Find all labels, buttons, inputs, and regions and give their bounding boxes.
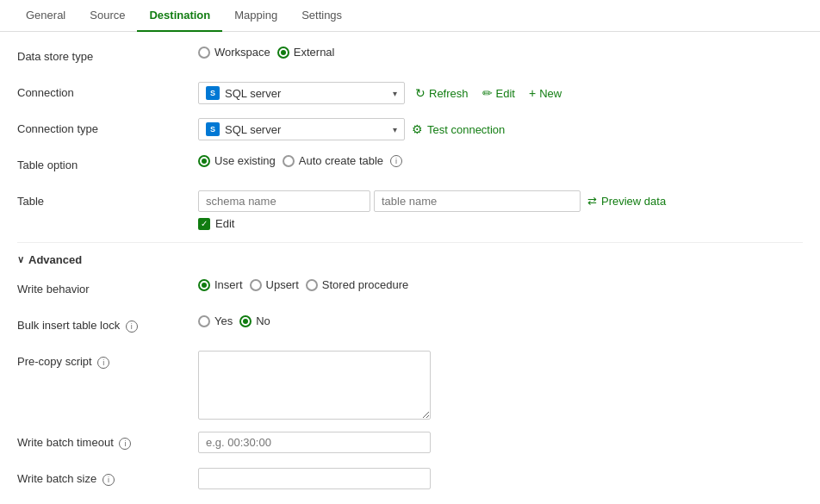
table-inputs: ⇄ Preview data (198, 190, 666, 212)
connection-type-select[interactable]: S SQL server ▾ (198, 118, 405, 140)
radio-upsert-label: Upsert (266, 278, 299, 291)
preview-data-button[interactable]: ⇄ Preview data (587, 195, 666, 208)
radio-use-existing-circle (198, 155, 210, 167)
bulk-insert-info-icon[interactable]: i (126, 320, 138, 333)
edit-checkbox[interactable]: ✓ Edit (198, 217, 234, 230)
sql-server-type-icon: S (206, 122, 220, 136)
auto-create-info-icon[interactable]: i (390, 155, 402, 167)
tab-general[interactable]: General (14, 0, 78, 32)
radio-upsert[interactable]: Upsert (250, 278, 299, 291)
divider (17, 242, 803, 243)
connection-type-select-inner: S SQL server (206, 122, 281, 136)
test-connection-label: Test connection (427, 123, 505, 136)
tabs-bar: General Source Destination Mapping Setti… (0, 0, 820, 32)
radio-external[interactable]: External (277, 46, 335, 59)
write-batch-size-label: Write batch size i (17, 468, 198, 486)
destination-form: Data store type Workspace External Conne… (0, 32, 820, 504)
radio-insert-circle (198, 279, 210, 291)
connection-type-value: SQL server (225, 123, 281, 136)
radio-no-label: No (256, 314, 270, 327)
radio-no[interactable]: No (239, 314, 270, 327)
preview-data-label: Preview data (601, 195, 666, 208)
tab-mapping[interactable]: Mapping (222, 0, 289, 32)
radio-auto-create-label: Auto create table (299, 154, 383, 167)
table-controls: ⇄ Preview data ✓ Edit (198, 190, 803, 230)
advanced-toggle[interactable]: ∨ Advanced (17, 253, 803, 266)
edit-label: Edit (496, 87, 515, 100)
test-connection-icon: ⚙ (412, 122, 423, 136)
new-button[interactable]: + New (525, 84, 565, 102)
connection-label: Connection (17, 82, 198, 99)
radio-insert[interactable]: Insert (198, 278, 243, 291)
refresh-icon: ↻ (415, 86, 426, 100)
connection-type-label: Connection type (17, 118, 198, 135)
write-batch-timeout-input[interactable] (198, 432, 431, 453)
pre-copy-script-info-icon[interactable]: i (97, 357, 109, 369)
write-batch-size-input[interactable] (198, 468, 431, 489)
table-option-row: Table option Use existing Auto create ta… (17, 154, 803, 178)
radio-use-existing[interactable]: Use existing (198, 154, 276, 167)
connection-row: Connection S SQL server ▾ ↻ Refresh ✏ Ed… (17, 82, 803, 106)
write-batch-size-label-text: Write batch size (17, 472, 96, 485)
test-connection-button[interactable]: ⚙ Test connection (412, 122, 505, 136)
radio-use-existing-label: Use existing (214, 154, 276, 167)
pre-copy-script-input[interactable] (198, 351, 431, 420)
write-batch-size-info-icon[interactable]: i (102, 474, 115, 486)
table-label: Table (17, 190, 198, 208)
write-behavior-controls: Insert Upsert Stored procedure (198, 278, 803, 291)
radio-stored-procedure-circle (306, 279, 318, 291)
refresh-button[interactable]: ↻ Refresh (412, 84, 472, 102)
write-batch-size-controls (198, 468, 803, 489)
pre-copy-script-controls (198, 351, 803, 420)
bulk-insert-label: Bulk insert table lock i (17, 314, 198, 333)
new-label: New (539, 87, 562, 100)
pre-copy-script-row: Pre-copy script i (17, 351, 803, 420)
bulk-insert-controls: Yes No (198, 314, 803, 327)
radio-no-circle (239, 315, 252, 327)
edit-checkbox-box: ✓ (198, 218, 210, 230)
radio-auto-create-circle (283, 155, 295, 167)
plus-icon: + (529, 86, 536, 100)
radio-upsert-circle (250, 279, 262, 291)
tab-destination[interactable]: Destination (137, 0, 222, 32)
write-batch-timeout-row: Write batch timeout i (17, 432, 803, 456)
bulk-insert-label-text: Bulk insert table lock (17, 319, 120, 332)
table-row: Table ⇄ Preview data ✓ Edit (17, 190, 803, 230)
write-batch-timeout-info-icon[interactable]: i (119, 438, 131, 450)
pre-copy-script-label: Pre-copy script i (17, 351, 198, 369)
connection-chevron-icon: ▾ (393, 89, 397, 98)
radio-workspace[interactable]: Workspace (198, 46, 270, 59)
edit-icon: ✏ (482, 86, 493, 100)
data-store-type-controls: Workspace External (198, 46, 803, 59)
radio-stored-procedure[interactable]: Stored procedure (306, 278, 408, 291)
advanced-chevron-icon: ∨ (17, 254, 24, 265)
data-store-type-row: Data store type Workspace External (17, 46, 803, 70)
radio-stored-procedure-label: Stored procedure (322, 278, 408, 291)
radio-auto-create[interactable]: Auto create table i (283, 154, 402, 167)
table-name-input[interactable] (374, 190, 581, 212)
refresh-label: Refresh (429, 87, 469, 100)
pre-copy-script-label-text: Pre-copy script (17, 355, 92, 368)
write-batch-size-row: Write batch size i (17, 468, 803, 492)
tab-source[interactable]: Source (78, 0, 137, 32)
edit-checkbox-label: Edit (215, 217, 234, 230)
write-behavior-row: Write behavior Insert Upsert Stored proc… (17, 278, 803, 302)
connection-type-controls: S SQL server ▾ ⚙ Test connection (198, 118, 803, 140)
radio-yes[interactable]: Yes (198, 314, 233, 327)
preview-data-icon: ⇄ (587, 195, 597, 208)
data-store-type-label: Data store type (17, 46, 198, 63)
connection-controls: S SQL server ▾ ↻ Refresh ✏ Edit + New (198, 82, 803, 104)
advanced-label: Advanced (28, 253, 82, 266)
radio-workspace-label: Workspace (214, 46, 270, 59)
edit-button[interactable]: ✏ Edit (479, 84, 519, 102)
sql-server-icon: S (206, 86, 220, 100)
tab-settings[interactable]: Settings (289, 0, 354, 32)
radio-external-circle (277, 47, 289, 59)
schema-name-input[interactable] (198, 190, 370, 212)
connection-select[interactable]: S SQL server ▾ (198, 82, 405, 104)
write-batch-timeout-controls (198, 432, 803, 453)
write-behavior-label: Write behavior (17, 278, 198, 296)
radio-yes-circle (198, 315, 210, 327)
bulk-insert-row: Bulk insert table lock i Yes No (17, 314, 803, 339)
connection-select-inner: S SQL server (206, 86, 281, 100)
